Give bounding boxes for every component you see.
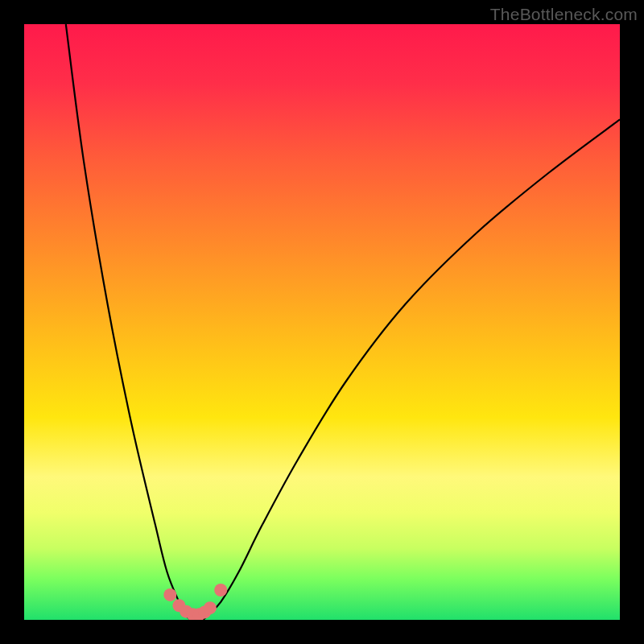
valley-marker <box>163 588 176 601</box>
valley-marker <box>214 584 227 597</box>
bottleneck-curve <box>66 24 620 620</box>
plot-area <box>24 24 620 620</box>
watermark-label: TheBottleneck.com <box>490 5 638 24</box>
valley-marker <box>204 601 217 614</box>
curve-group <box>66 24 620 620</box>
curve-layer <box>24 24 620 620</box>
chart-stage: TheBottleneck.com <box>0 0 644 644</box>
